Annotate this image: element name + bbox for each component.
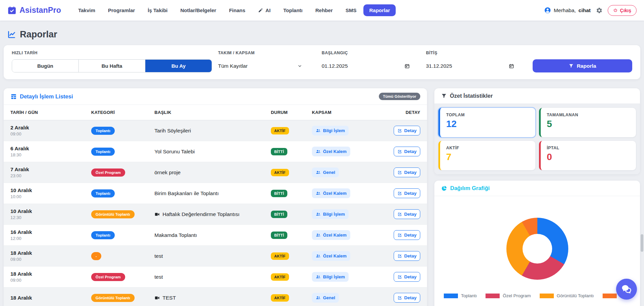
scope-chip: Genel	[312, 293, 339, 303]
power-icon	[613, 8, 618, 13]
status-badge: AKTİF	[271, 169, 289, 176]
legend-item[interactable]: Toplantı	[444, 293, 477, 298]
edit-icon	[397, 149, 402, 154]
detail-button[interactable]: Detay	[394, 188, 420, 198]
pie-chart-icon	[441, 185, 447, 191]
detail-button[interactable]: Detay	[394, 293, 420, 303]
stat-label: TAMAMLANAN	[547, 113, 630, 117]
quick-date-option[interactable]: Bu Hafta	[79, 60, 145, 72]
stat-tile-tamamlanan[interactable]: TAMAMLANAN5	[539, 108, 636, 137]
start-date-input[interactable]: 01.12.2025	[322, 59, 410, 72]
detail-button[interactable]: Detay	[394, 272, 420, 282]
legend-item[interactable]: Özel Program	[486, 293, 531, 298]
detail-button[interactable]: Detay	[394, 167, 420, 177]
stats-title-text: Özet İstatistikler	[450, 93, 493, 99]
top-bar: AsistanPro TakvimProgramlarİş TakibiNotl…	[0, 0, 644, 21]
showing-all-badge: Tümü Gösteriliyor	[379, 93, 420, 100]
nav-item-label: Toplantı	[283, 7, 302, 13]
start-date-filter: BAŞLANGIÇ 01.12.2025	[322, 51, 426, 72]
main-nav: TakvimProgramlarİş TakibiNotlar/Belgeler…	[72, 4, 396, 16]
gear-icon[interactable]	[596, 7, 603, 14]
edit-icon	[397, 296, 402, 300]
stat-tile-toplam[interactable]: TOPLAM12	[438, 108, 535, 137]
nav-item-sms[interactable]: SMS	[340, 4, 362, 16]
stat-tile-akti̇f[interactable]: AKTİF7	[438, 141, 535, 170]
list-card-title: Detaylı İşlem Listesi	[10, 93, 73, 100]
row-title: test	[154, 253, 271, 259]
category-badge: -	[91, 252, 101, 260]
detail-button[interactable]: Detay	[394, 209, 420, 219]
calendar-icon[interactable]	[404, 63, 410, 69]
calendar-icon[interactable]	[509, 63, 514, 69]
nav-item-rehber[interactable]: Rehber	[310, 4, 338, 16]
stat-label: İPTAL	[547, 146, 630, 150]
category-badge: Toplantı	[91, 127, 115, 135]
chart-title-text: Dağılım Grafiği	[450, 185, 490, 191]
edit-icon	[397, 212, 402, 217]
quick-date-group: BugünBu HaftaBu Ay	[12, 59, 212, 72]
nav-item-programlar[interactable]: Programlar	[102, 4, 141, 16]
table-row: 18 AralıkGörüntülü ToplantıTESTAKTİFGene…	[4, 287, 427, 306]
detail-button[interactable]: Detay	[394, 230, 420, 240]
scope-chip: Genel	[312, 167, 339, 177]
table-icon	[10, 93, 17, 100]
nav-item-ai[interactable]: AI	[252, 4, 276, 16]
legend-label: Görüntülü Toplantı	[557, 293, 594, 298]
quick-date-option[interactable]: Bu Ay	[145, 60, 212, 72]
brand[interactable]: AsistanPro	[7, 6, 61, 15]
detail-button[interactable]: Detay	[394, 126, 420, 135]
nav-item-finans[interactable]: Finans	[223, 4, 251, 16]
quick-date-option[interactable]: Bugün	[12, 60, 79, 72]
column-header: DETAY	[387, 110, 420, 115]
category-badge: Toplantı	[91, 231, 115, 239]
legend-swatch	[603, 294, 617, 298]
legend-swatch	[540, 294, 554, 298]
row-date: 16 Aralık12:00	[10, 229, 91, 241]
quick-date-label: HIZLI TARİH	[12, 51, 218, 55]
chart-card-header: Dağılım Grafiği	[434, 181, 640, 196]
edit-icon	[397, 128, 402, 133]
funnel-icon	[569, 63, 574, 68]
scope-value: Tüm Kayıtlar	[218, 63, 248, 69]
nav-item-label: AI	[265, 7, 271, 13]
nav-item-raporlar[interactable]: Raporlar	[363, 4, 396, 16]
end-date-input[interactable]: 31.12.2025	[426, 59, 514, 72]
pencil-icon	[258, 8, 263, 13]
nav-item-notlar-belgeler[interactable]: Notlar/Belgeler	[175, 4, 222, 16]
logout-button[interactable]: Çıkış	[608, 5, 637, 16]
start-date-label: BAŞLANGIÇ	[322, 51, 426, 55]
stats-card-title: Özet İstatistikler	[441, 93, 493, 99]
column-header: BAŞLIK	[154, 110, 271, 115]
table-row: 10 Aralık12:30Görüntülü ToplantıHaftalık…	[4, 204, 427, 225]
nav-item-takvim[interactable]: Takvim	[72, 4, 101, 16]
stats-grid: TOPLAM12TAMAMLANAN5AKTİF7İPTAL0	[434, 104, 640, 174]
detail-button[interactable]: Detay	[394, 147, 420, 156]
scope-select[interactable]: Tüm Kayıtlar	[218, 59, 302, 72]
stat-tile-i̇ptal[interactable]: İPTAL0	[539, 141, 636, 170]
legend-label: Toplantı	[461, 293, 477, 298]
nav-item-is-takibi[interactable]: İş Takibi	[142, 4, 173, 16]
legend-item[interactable]: Görüntülü Toplantı	[540, 293, 594, 298]
status-badge: AKTİF	[271, 252, 289, 260]
chat-fab-button[interactable]	[616, 279, 637, 300]
scope-filter: TAKIM / KAPSAM Tüm Kayıtlar	[218, 51, 322, 72]
report-button[interactable]: Raporla	[533, 59, 632, 72]
nav-item-toplanti[interactable]: Toplantı	[278, 4, 308, 16]
users-icon	[316, 274, 321, 279]
table-body: 2 Aralık09:00ToplantıTarih SöyleşileriAK…	[4, 120, 427, 306]
distribution-chart-card: Dağılım Grafiği ToplantıÖzel ProgramGörü…	[434, 181, 640, 306]
table-header-row: TARİH / GÜNKATEGORİBAŞLIKDURUMKAPSAMDETA…	[4, 105, 427, 120]
stat-label: TOPLAM	[446, 113, 529, 117]
nav-item-label: Takvim	[78, 7, 95, 13]
row-title: Tarih Söyleşileri	[154, 128, 271, 134]
scope-chip: Özel Kalem	[312, 147, 350, 156]
start-date-value: 01.12.2025	[322, 63, 348, 69]
scope-chip: Özel Kalem	[312, 230, 350, 240]
stat-label: AKTİF	[446, 146, 529, 150]
scrollbar[interactable]	[641, 234, 643, 252]
chart-area: ToplantıÖzel ProgramGörüntülü ToplantıDi…	[434, 196, 640, 306]
scope-chip: Özel Kalem	[312, 188, 350, 198]
category-badge: Toplantı	[91, 189, 115, 197]
status-badge: AKTİF	[271, 294, 289, 302]
detail-button[interactable]: Detay	[394, 251, 420, 261]
